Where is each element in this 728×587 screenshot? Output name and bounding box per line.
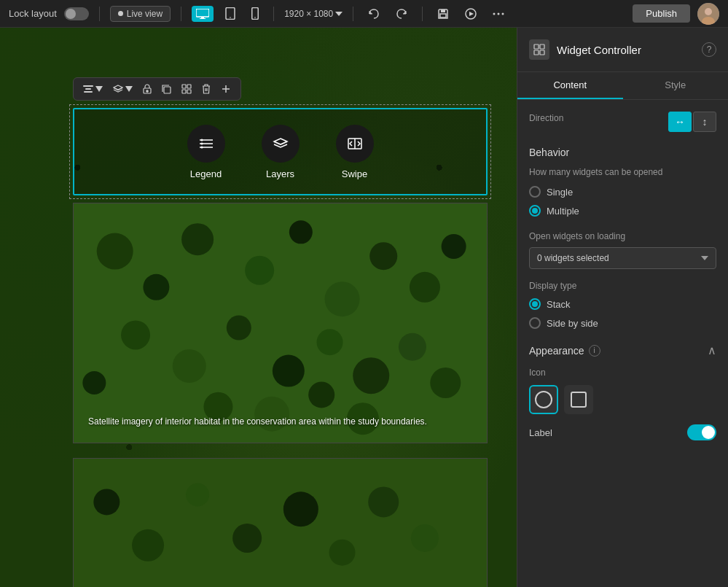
single-radio-item[interactable]: Single	[529, 186, 716, 198]
resolution-button[interactable]: 1920 × 1080	[284, 9, 343, 19]
svg-point-47	[227, 316, 251, 341]
multiple-radio[interactable]	[529, 205, 541, 217]
svg-point-63	[283, 491, 318, 526]
layers-tool-button[interactable]	[109, 82, 136, 96]
icon-label: Icon	[529, 368, 716, 378]
display-type-label: Display type	[529, 281, 716, 291]
add-tool-button[interactable]	[217, 82, 235, 96]
svg-rect-18	[85, 88, 91, 90]
svg-point-56	[308, 381, 334, 408]
svg-rect-24	[187, 85, 191, 88]
map-caption: Satellite imagery of interior habitat in…	[88, 416, 472, 428]
direction-row: Direction ↔ ↕	[529, 112, 716, 132]
svg-point-37	[143, 274, 169, 300]
svg-point-41	[325, 281, 360, 316]
desktop-view-button[interactable]	[192, 6, 214, 22]
svg-point-52	[430, 368, 461, 398]
map-image-1: Satellite imagery of interior habitat in…	[73, 203, 488, 443]
icon-circle-option[interactable]	[529, 385, 558, 414]
svg-point-61	[186, 483, 209, 507]
svg-point-53	[82, 371, 106, 394]
single-radio[interactable]	[529, 186, 541, 198]
behavior-section: Behavior How many widgets can be opened …	[529, 147, 716, 217]
redo-button[interactable]	[391, 5, 412, 23]
display-type-section: Display type Stack Side by side	[529, 281, 716, 329]
direction-vertical-button[interactable]: ↕	[693, 112, 716, 132]
appearance-title: Appearance	[529, 345, 584, 357]
svg-marker-10	[469, 12, 474, 16]
appearance-header: Appearance i ∧	[529, 343, 716, 357]
svg-point-65	[368, 486, 399, 517]
side-by-side-radio[interactable]	[529, 317, 541, 329]
lock-layout-toggle[interactable]	[64, 7, 89, 20]
side-by-side-radio-item[interactable]: Side by side	[529, 317, 716, 329]
legend-widget-button[interactable]: Legend	[187, 125, 225, 179]
appearance-collapse-button[interactable]: ∧	[708, 343, 716, 357]
delete-tool-button[interactable]	[198, 82, 214, 96]
frame-tool-button[interactable]	[178, 82, 195, 96]
multiple-radio-label: Multiple	[547, 206, 579, 217]
svg-point-42	[369, 242, 397, 270]
open-widgets-dropdown[interactable]: 0 widgets selected	[529, 247, 716, 269]
canvas-area[interactable]: Legend Layers	[0, 28, 517, 587]
panel-tabs: Content Style	[517, 72, 728, 100]
multiple-radio-item[interactable]: Multiple	[529, 205, 716, 217]
appearance-info-icon[interactable]: i	[589, 345, 600, 357]
more-options-button[interactable]	[488, 9, 509, 18]
label-toggle[interactable]	[687, 424, 716, 440]
tab-content[interactable]: Content	[517, 72, 623, 99]
direction-horizontal-button[interactable]: ↔	[668, 112, 692, 132]
stack-radio[interactable]	[529, 298, 541, 310]
panel-title: Widget Controller	[557, 44, 694, 56]
layers-icon	[262, 125, 300, 163]
svg-point-62	[232, 524, 262, 553]
icon-square-option[interactable]	[564, 385, 593, 414]
preview-button[interactable]	[461, 5, 481, 23]
lock-tool-button[interactable]	[139, 82, 155, 96]
svg-point-30	[200, 139, 203, 141]
svg-rect-70	[540, 50, 544, 55]
svg-point-15	[705, 8, 712, 15]
svg-point-51	[399, 333, 426, 361]
panel-content: Direction ↔ ↕ Behavior How many widgets …	[517, 100, 728, 587]
help-icon[interactable]: ?	[702, 42, 716, 57]
svg-point-43	[410, 272, 440, 303]
legend-icon	[187, 125, 225, 163]
svg-rect-25	[182, 90, 186, 93]
copy-tool-button[interactable]	[158, 82, 175, 96]
svg-rect-1	[201, 17, 204, 18]
direction-buttons: ↔ ↕	[668, 112, 716, 132]
direction-label: Direction	[529, 113, 563, 123]
svg-point-12	[498, 12, 500, 15]
save-button[interactable]	[433, 5, 453, 23]
svg-point-11	[493, 12, 496, 15]
svg-rect-0	[196, 9, 209, 17]
svg-point-39	[245, 256, 274, 285]
separator-4	[353, 7, 353, 21]
svg-point-32	[200, 146, 203, 148]
live-view-button[interactable]: Live view	[110, 6, 171, 22]
appearance-section: Appearance i ∧ Icon	[529, 343, 716, 440]
tab-style[interactable]: Style	[623, 72, 729, 99]
tablet-view-button[interactable]	[221, 4, 240, 23]
svg-point-44	[442, 234, 466, 259]
map-image-2	[73, 458, 488, 587]
separator-2	[181, 7, 181, 21]
label-toggle-label: Label	[529, 427, 552, 438]
svg-point-4	[230, 17, 231, 18]
swipe-widget-button[interactable]: Swipe	[336, 125, 374, 179]
widget-count-radio-group: Single Multiple	[529, 186, 716, 217]
widget-panel[interactable]: Legend Layers	[73, 108, 488, 195]
live-dot	[118, 11, 123, 16]
publish-button[interactable]: Publish	[633, 4, 690, 23]
stack-radio-item[interactable]: Stack	[529, 298, 716, 310]
align-tool-button[interactable]	[79, 82, 106, 96]
mobile-view-button[interactable]	[247, 4, 263, 23]
undo-button[interactable]	[364, 5, 384, 23]
svg-point-48	[273, 355, 305, 387]
svg-rect-7	[441, 9, 445, 12]
svg-point-21	[146, 90, 148, 92]
avatar[interactable]	[697, 3, 719, 25]
layers-widget-button[interactable]: Layers	[262, 125, 300, 179]
stack-radio-label: Stack	[547, 299, 571, 310]
